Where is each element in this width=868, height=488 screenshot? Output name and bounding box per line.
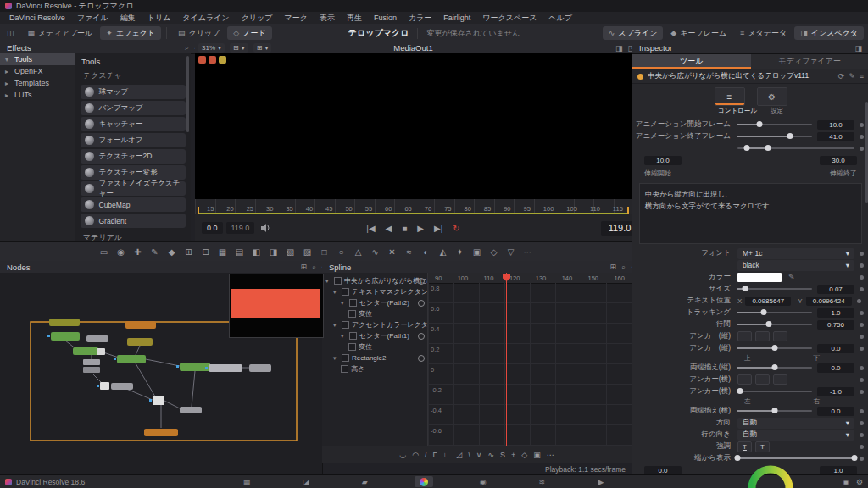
- tool-item[interactable]: CubeMap: [81, 197, 186, 212]
- menu-icon[interactable]: ≡: [860, 72, 864, 80]
- spline-curve-tool-icon[interactable]: Γ: [433, 451, 437, 459]
- tool-item[interactable]: テクスチャー変形: [81, 165, 186, 180]
- keyframe-dot-icon[interactable]: [860, 287, 864, 291]
- anim-end-value[interactable]: 41.0: [817, 132, 854, 141]
- spline-curve-tool-icon[interactable]: /: [425, 451, 427, 459]
- subtab-control[interactable]: ≡: [715, 87, 745, 106]
- project-manager-icon[interactable]: ▣: [842, 478, 849, 486]
- fairlight-page-icon[interactable]: ≋: [532, 476, 551, 487]
- node-tool-icon[interactable]: ◇: [487, 245, 501, 259]
- keyframe-dot-icon[interactable]: [860, 147, 864, 151]
- tool-item[interactable]: バンプマップ: [81, 101, 186, 115]
- inspector-button[interactable]: ◨インスペクタ: [794, 26, 864, 40]
- speaker-icon[interactable]: [261, 224, 271, 232]
- inspector-node-row[interactable]: 中央から広がりながら横に出てくるテロップv111 ⟳ ✎ ≡: [632, 69, 868, 84]
- zoom-dropdown[interactable]: 31%▾: [198, 43, 225, 53]
- visibility-checkbox[interactable]: [348, 343, 356, 351]
- node-tool-icon[interactable]: ▣: [470, 245, 484, 259]
- tool-item[interactable]: テクスチャー2D: [81, 149, 186, 164]
- size-slider[interactable]: [737, 288, 812, 290]
- spline-tree-row[interactable]: 高さ: [322, 363, 427, 374]
- justify-v-value[interactable]: 0.0: [817, 363, 854, 373]
- node-tool-icon[interactable]: ⊞: [181, 245, 196, 259]
- tracking-value[interactable]: 1.0: [817, 308, 854, 318]
- emphasis-underline-button[interactable]: T: [737, 441, 752, 452]
- viewer-canvas[interactable]: [195, 53, 632, 199]
- tools-scrollbar[interactable]: [186, 56, 189, 132]
- anchor-h-slider[interactable]: [737, 391, 812, 392]
- subtab-settings[interactable]: ⚙: [757, 87, 787, 106]
- node-tool-icon[interactable]: ◉: [114, 245, 128, 259]
- viewer-buffer-a-icon[interactable]: [198, 56, 206, 64]
- search-icon[interactable]: ⌕: [621, 263, 626, 272]
- keyframe-dot-icon[interactable]: [860, 335, 864, 339]
- media-pool-button[interactable]: ▦メディアプール: [22, 26, 99, 40]
- menu-item[interactable]: ヘルプ: [542, 12, 578, 24]
- spline-tree-row[interactable]: 変位: [322, 308, 427, 319]
- current-frame-box[interactable]: 0.0: [202, 222, 223, 234]
- spline-curve-tool-icon[interactable]: ∨: [476, 451, 482, 459]
- reset-icon[interactable]: ⟳: [838, 72, 845, 80]
- line-direction-dropdown[interactable]: 自動▾: [737, 430, 854, 441]
- stop-button[interactable]: ■: [402, 224, 407, 233]
- node-tool-icon[interactable]: ▭: [97, 245, 111, 259]
- font-family-dropdown[interactable]: M+ 1c▾: [737, 248, 854, 259]
- spline-curve-tool-icon[interactable]: \: [468, 451, 470, 459]
- search-icon[interactable]: ⌕: [312, 263, 316, 272]
- node-tool-icon[interactable]: ✕: [385, 245, 399, 259]
- visibility-checkbox[interactable]: [342, 354, 349, 362]
- spline-button[interactable]: ∿スプライン: [603, 26, 664, 40]
- stretch-start-value[interactable]: 10.0: [644, 156, 682, 165]
- node-tool-icon[interactable]: ✦: [453, 245, 467, 259]
- effects-tree-item-openfx[interactable]: ▸OpenFX: [0, 65, 75, 77]
- node-tool-icon[interactable]: ⋯: [520, 245, 535, 259]
- tab-tools[interactable]: ツール: [632, 54, 751, 69]
- keyframe-dot-icon[interactable]: [860, 366, 864, 370]
- node-tool-icon[interactable]: ▧: [283, 245, 298, 259]
- viewer-lut-icon[interactable]: [219, 56, 226, 64]
- node-tool-icon[interactable]: ◆: [164, 245, 179, 259]
- effects-tree-item-templates[interactable]: ▸Templates: [0, 77, 75, 89]
- clips-button[interactable]: ▤クリップ: [172, 26, 225, 40]
- keyframe-dot-icon[interactable]: [860, 275, 864, 280]
- node-tool-icon[interactable]: ⊟: [198, 245, 213, 259]
- keyframe-dot-icon[interactable]: [860, 378, 864, 382]
- anim-start-slider[interactable]: [737, 124, 812, 125]
- anchor-bottom-button[interactable]: [773, 331, 787, 341]
- settings-gear-icon[interactable]: ⚙: [856, 478, 863, 486]
- anchor-h-value[interactable]: -1.0: [817, 387, 854, 396]
- spline-tree-row[interactable]: ▾アクセントカラーレクタングル: [322, 319, 427, 330]
- cut-page-icon[interactable]: ◪: [297, 476, 315, 487]
- menu-item[interactable]: トリム: [142, 12, 177, 24]
- position-y-value[interactable]: 0.0996424: [806, 297, 852, 306]
- visibility-checkbox[interactable]: [348, 310, 356, 318]
- keyframe-dot-icon[interactable]: [860, 457, 864, 461]
- color-page-icon[interactable]: ◉: [474, 476, 492, 487]
- node-tool-icon[interactable]: ∿: [368, 245, 382, 259]
- keyframes-button[interactable]: ◆キーフレーム: [665, 26, 732, 40]
- menu-item[interactable]: カラー: [403, 12, 437, 24]
- menu-item[interactable]: Fusion: [368, 12, 403, 24]
- menu-item[interactable]: ファイル: [71, 12, 114, 24]
- anchor-left-button[interactable]: [737, 374, 752, 385]
- node-color-dot-icon[interactable]: [637, 74, 643, 80]
- anchor-top-button[interactable]: [737, 331, 752, 341]
- menu-item[interactable]: Fairlight: [437, 12, 476, 24]
- visibility-checkbox[interactable]: [334, 277, 342, 285]
- viewer-buffer-b-icon[interactable]: [209, 56, 216, 64]
- keyframe-dot-icon[interactable]: [860, 445, 864, 449]
- anchor-right-button[interactable]: [773, 374, 787, 385]
- keyframe-dot-icon[interactable]: [860, 421, 864, 425]
- node-tool-icon[interactable]: ✎: [147, 245, 162, 259]
- layout-icon[interactable]: ◨: [615, 44, 623, 53]
- menu-item[interactable]: 表示: [314, 12, 341, 24]
- viewer-timeline-ruler[interactable]: 1520253035404550556065707580859095100105…: [195, 199, 632, 214]
- tool-item[interactable]: フォールオフ: [81, 133, 186, 147]
- color-swatch[interactable]: [737, 273, 782, 282]
- grid-icon[interactable]: ⊞: [300, 263, 307, 271]
- node-tool-icon[interactable]: △: [351, 245, 365, 259]
- search-icon[interactable]: ⌕: [185, 43, 189, 53]
- position-x-value[interactable]: 0.0985647: [745, 297, 791, 306]
- menu-item[interactable]: クリップ: [236, 12, 279, 24]
- anim-start-value[interactable]: 10.0: [817, 120, 854, 130]
